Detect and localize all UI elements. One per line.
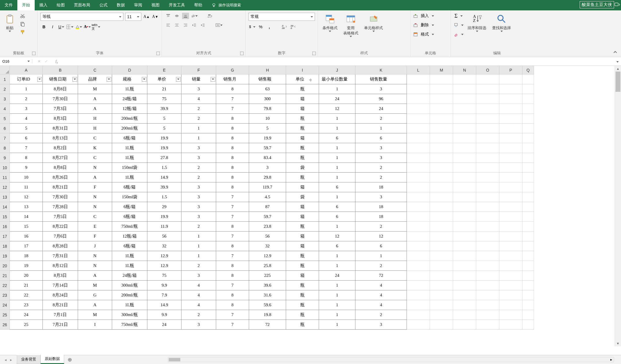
cell-O13[interactable] [476, 192, 499, 202]
clear-button[interactable] [454, 31, 464, 38]
cell-M21[interactable] [430, 271, 453, 281]
cell-L17[interactable] [407, 232, 430, 241]
cell-P24[interactable] [499, 300, 522, 310]
cell-P12[interactable] [499, 182, 522, 192]
cell-P15[interactable] [499, 212, 522, 222]
cell-G25[interactable]: 7 [216, 310, 249, 320]
cell-C17[interactable]: F [78, 232, 112, 241]
cell-C6[interactable]: H [78, 124, 112, 133]
underline-button[interactable]: U [58, 24, 65, 30]
cell-H5[interactable]: 10 [249, 114, 286, 124]
cell-E6[interactable]: 5 [147, 124, 181, 133]
cell-J22[interactable]: 1 [319, 281, 355, 290]
cell-F23[interactable]: 4 [181, 290, 216, 300]
cell-I15[interactable]: 箱 [286, 212, 319, 222]
cell-M22[interactable] [430, 281, 453, 290]
increase-indent-button[interactable] [199, 22, 206, 28]
cell-J16[interactable]: 1 [319, 222, 355, 232]
cell-K2[interactable]: 3 [355, 84, 407, 94]
cell-O12[interactable] [476, 182, 499, 192]
cell-I21[interactable]: 箱 [286, 271, 319, 281]
cell-F5[interactable]: 2 [181, 114, 216, 124]
cell-M26[interactable] [430, 320, 453, 330]
cell-E21[interactable]: 75 [147, 271, 181, 281]
cell-I10[interactable]: 袋 [286, 163, 319, 173]
cell-F7[interactable]: 1 [181, 133, 216, 143]
cell-J14[interactable]: 6 [319, 202, 355, 212]
cell-H16[interactable]: 23.8 [249, 222, 286, 232]
cell-I20[interactable]: 瓶 [286, 261, 319, 271]
cell-D10[interactable]: 150ml袋 [112, 163, 147, 173]
filter-button[interactable] [73, 77, 77, 82]
cell-A13[interactable]: 12 [10, 192, 43, 202]
autosum-button[interactable]: Σ [454, 13, 464, 19]
cell-K5[interactable]: 2 [355, 114, 407, 124]
scroll-up-button[interactable]: ▴ [615, 66, 621, 72]
cell-H12[interactable]: 119.7 [249, 182, 286, 192]
cell-Q17[interactable] [522, 232, 534, 241]
cell-B14[interactable]: 7月28日 [43, 202, 78, 212]
cell-H17[interactable]: 56 [249, 232, 286, 241]
cell-I14[interactable]: 箱 [286, 202, 319, 212]
increase-decimal-button[interactable]: .0.00 [281, 24, 288, 30]
cell-E13[interactable]: 1.5 [147, 192, 181, 202]
cell-L18[interactable] [407, 241, 430, 251]
row-header-22[interactable]: 22 [0, 281, 10, 290]
cell-O14[interactable] [476, 202, 499, 212]
cell-H14[interactable]: 87 [249, 202, 286, 212]
align-center-button[interactable] [173, 22, 180, 28]
cell-J18[interactable]: 6 [319, 241, 355, 251]
sheet-nav-prev[interactable]: ◂ [5, 358, 7, 362]
cell-G2[interactable]: 8 [216, 84, 249, 94]
new-sheet-button[interactable]: ⊕ [64, 356, 75, 363]
cell-D25[interactable]: 300ml/瓶 [112, 310, 147, 320]
scroll-right-button[interactable]: ▸ [609, 357, 614, 362]
cell-G9[interactable]: 8 [216, 153, 249, 163]
cell-K8[interactable]: 3 [355, 143, 407, 153]
format-as-table-button[interactable]: 套用 表格格式 [342, 13, 360, 38]
row-header-7[interactable]: 7 [0, 133, 10, 143]
ribbon-tab-7[interactable]: 审阅 [129, 0, 147, 10]
column-header-Q[interactable]: Q [522, 66, 534, 74]
row-header-3[interactable]: 3 [0, 94, 10, 104]
cell-O11[interactable] [476, 173, 499, 182]
cell-G1[interactable]: 销售月 [216, 74, 249, 84]
cell-E3[interactable]: 75 [147, 94, 181, 104]
cell-N25[interactable] [453, 310, 476, 320]
cell-K9[interactable]: 3 [355, 153, 407, 163]
cell-E23[interactable]: 7.9 [147, 290, 181, 300]
row-header-26[interactable]: 26 [0, 320, 10, 330]
cell-F13[interactable]: 3 [181, 192, 216, 202]
cell-N24[interactable] [453, 300, 476, 310]
column-header-C[interactable]: C [78, 66, 112, 74]
cell-K23[interactable]: 4 [355, 290, 407, 300]
row-header-18[interactable]: 18 [0, 241, 10, 251]
cell-A24[interactable]: 23 [10, 300, 43, 310]
column-header-G[interactable]: G [216, 66, 249, 74]
cell-B5[interactable]: 8月3日 [43, 114, 78, 124]
number-format-combo[interactable]: 常规 [249, 13, 315, 21]
cell-G26[interactable]: 7 [216, 320, 249, 330]
format-cells-button[interactable]: 格式 [413, 31, 434, 38]
cell-F18[interactable]: 1 [181, 241, 216, 251]
filter-button[interactable] [37, 77, 42, 82]
cell-B9[interactable]: 8月27日 [43, 153, 78, 163]
cell-M8[interactable] [430, 143, 453, 153]
italic-button[interactable]: I [49, 24, 56, 30]
cell-E17[interactable]: 56 [147, 232, 181, 241]
cell-O3[interactable] [476, 94, 499, 104]
ribbon-tab-2[interactable]: 插入 [35, 0, 52, 10]
cell-L20[interactable] [407, 261, 430, 271]
cell-Q18[interactable] [522, 241, 534, 251]
cell-B4[interactable]: 7月3日 [43, 104, 78, 114]
column-header-A[interactable]: A [10, 66, 43, 74]
cell-N11[interactable] [453, 173, 476, 182]
delete-cells-button[interactable]: 删除 [413, 22, 434, 28]
cell-B16[interactable]: 8月22日 [43, 222, 78, 232]
cell-I11[interactable]: 瓶 [286, 173, 319, 182]
cell-G24[interactable]: 8 [216, 300, 249, 310]
orientation-button[interactable]: ab [191, 13, 198, 19]
cell-E1[interactable]: 单价 [147, 74, 181, 84]
cell-L5[interactable] [407, 114, 430, 124]
cell-L14[interactable] [407, 202, 430, 212]
